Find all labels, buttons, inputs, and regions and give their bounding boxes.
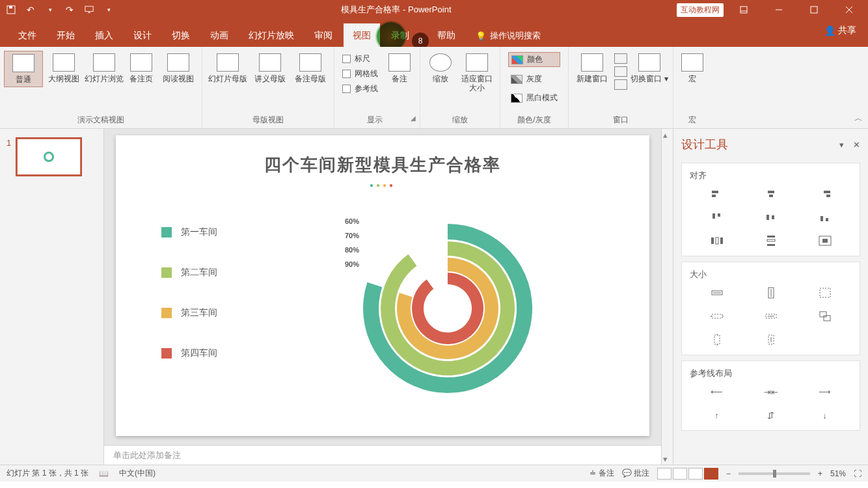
reading-view-button[interactable]: 阅读视图 (159, 51, 198, 86)
language-status[interactable]: 中文(中国) (119, 468, 156, 479)
zoom-button[interactable]: 缩放 (424, 51, 457, 86)
reading-view-icon[interactable] (688, 468, 703, 480)
align-top-icon[interactable] (710, 211, 724, 223)
qat-more-icon[interactable]: ▾ (102, 3, 116, 17)
maximize-icon[interactable] (799, 0, 829, 20)
notes-page-button[interactable]: 备注页 (125, 51, 157, 86)
dec-width-icon[interactable] (764, 310, 778, 322)
color-button[interactable]: 颜色 (508, 52, 560, 67)
guide-bottom-icon[interactable]: ↓ (818, 409, 832, 421)
gridlines-checkbox[interactable]: 网格线 (342, 68, 378, 79)
notes-toggle[interactable]: ≐ 备注 (590, 468, 614, 479)
new-window-button[interactable]: 新建窗口 (573, 51, 612, 86)
share-button[interactable]: 👤共享 (824, 25, 856, 36)
guides-checkbox[interactable]: 参考线 (342, 83, 378, 94)
grayscale-button[interactable]: 灰度 (508, 72, 560, 86)
tab-animations[interactable]: 动画 (201, 23, 237, 47)
group-label: 颜色/灰度 (504, 115, 564, 127)
slide-canvas[interactable]: 四个车间新型模具生产合格率 ●●●● 第一车间 第二车间 第三车间 第四车间 (116, 135, 649, 436)
distribute-h-icon[interactable] (710, 235, 724, 247)
spellcheck-icon[interactable]: 📖 (99, 469, 109, 478)
tab-transitions[interactable]: 切换 (163, 23, 199, 47)
tab-help[interactable]: 帮助 (420, 23, 465, 47)
inc-width-icon[interactable] (710, 310, 724, 322)
scroll-down-icon[interactable]: ▾ (663, 454, 672, 463)
fit-slide-icon[interactable]: ⛶ (854, 469, 861, 478)
tab-insert[interactable]: 插入 (86, 23, 122, 47)
tell-me-search[interactable]: 💡操作说明搜索 (467, 23, 550, 47)
align-middle-v-icon[interactable] (764, 211, 778, 223)
guide-right-icon[interactable]: ⟶ (818, 386, 832, 398)
slide-thumbnail-pane[interactable]: 1 (0, 129, 104, 465)
ribbon-display-icon[interactable] (729, 0, 759, 20)
fit-window-button[interactable]: 适应窗口大小 (458, 51, 496, 95)
move-split-icon[interactable] (614, 79, 627, 90)
same-width-icon[interactable] (710, 287, 724, 299)
undo-icon[interactable]: ↶ (23, 3, 38, 17)
vertical-scrollbar[interactable]: ▴ ▾ (661, 129, 673, 465)
notes-button[interactable]: 备注 (383, 51, 416, 86)
align-to-slide-icon[interactable] (818, 235, 832, 247)
pane-close-icon[interactable]: ✕ (853, 140, 860, 150)
chart: 第一车间 第二车间 第三车间 第四车间 (142, 204, 623, 413)
scroll-up-icon[interactable]: ▴ (663, 130, 672, 139)
zoom-out-icon[interactable]: − (726, 469, 731, 478)
arrange-all-icon[interactable] (614, 53, 627, 64)
guide-left-icon[interactable]: ⟵ (710, 386, 724, 398)
pane-menu-icon[interactable]: ▾ (839, 140, 844, 150)
normal-view-button[interactable]: 普通 (4, 51, 43, 87)
outline-view-button[interactable]: 大纲视图 (44, 51, 83, 86)
tab-file[interactable]: 文件 (9, 23, 46, 47)
slideshow-view-icon[interactable] (704, 468, 718, 480)
start-show-icon[interactable] (82, 3, 96, 17)
notes-pane[interactable]: 单击此处添加备注 (104, 445, 661, 465)
align-right-icon[interactable] (818, 188, 832, 200)
ruler-checkbox[interactable]: 标尺 (342, 53, 378, 64)
macros-button[interactable]: 宏 (677, 51, 707, 86)
tab-home[interactable]: 开始 (47, 23, 84, 47)
guide-top-icon[interactable]: ↑ (710, 409, 724, 421)
guide-center-h-icon[interactable]: ⇥⇤ (764, 386, 778, 398)
switch-windows-button[interactable]: 切换窗口 ▾ (630, 51, 669, 86)
distribute-v-icon[interactable] (764, 235, 778, 247)
sorter-view-icon[interactable] (673, 468, 687, 480)
handout-master-button[interactable]: 讲义母版 (251, 51, 290, 86)
slide-thumbnail-1[interactable]: 1 (7, 138, 97, 176)
minimize-icon[interactable] (764, 0, 794, 20)
same-size-icon[interactable] (818, 287, 832, 299)
tab-design[interactable]: 设计 (124, 23, 161, 47)
cascade-icon[interactable] (614, 66, 627, 77)
bw-button[interactable]: 黑白模式 (508, 91, 560, 105)
same-height-icon[interactable] (764, 287, 778, 299)
save-icon[interactable] (4, 3, 18, 17)
align-left-icon[interactable] (710, 188, 724, 200)
close-icon[interactable] (834, 0, 864, 20)
align-center-h-icon[interactable] (764, 188, 778, 200)
zoom-slider[interactable] (739, 472, 810, 475)
inc-height-icon[interactable] (710, 334, 724, 346)
tab-view[interactable]: 视图 (344, 23, 380, 47)
zoom-percent[interactable]: 51% (830, 469, 846, 478)
slide-master-button[interactable]: 幻灯片母版 (206, 51, 249, 86)
svg-rect-18 (820, 312, 826, 317)
swap-size-icon[interactable] (818, 310, 832, 322)
dec-height-icon[interactable] (764, 334, 778, 346)
tutorial-link[interactable]: 互动教程网 (677, 3, 724, 17)
zoom-in-icon[interactable]: + (818, 469, 822, 478)
collapse-ribbon-icon[interactable]: ︿ (854, 113, 863, 124)
redo-icon[interactable]: ↷ (62, 3, 77, 17)
slide-sorter-button[interactable]: 幻灯片浏览 (85, 51, 124, 86)
normal-view-icon[interactable] (657, 468, 671, 480)
tab-slideshow[interactable]: 幻灯片放映 (239, 23, 303, 47)
comments-toggle[interactable]: 💬 批注 (622, 468, 649, 479)
dialog-launcher-icon[interactable]: ◢ (411, 115, 416, 122)
undo-more-icon[interactable]: ▾ (43, 3, 57, 17)
svg-rect-6 (720, 237, 723, 244)
guide-center-v-icon[interactable]: ⇵ (764, 409, 778, 421)
align-bottom-icon[interactable] (818, 211, 832, 223)
tab-record[interactable]: 录制 (382, 23, 418, 47)
slide-counter[interactable]: 幻灯片 第 1 张，共 1 张 (7, 468, 88, 479)
tab-review[interactable]: 审阅 (305, 23, 342, 47)
notes-master-button[interactable]: 备注母版 (291, 51, 330, 86)
design-tools-pane: 设计工具 ▾✕ 对齐 大小 (673, 129, 868, 465)
